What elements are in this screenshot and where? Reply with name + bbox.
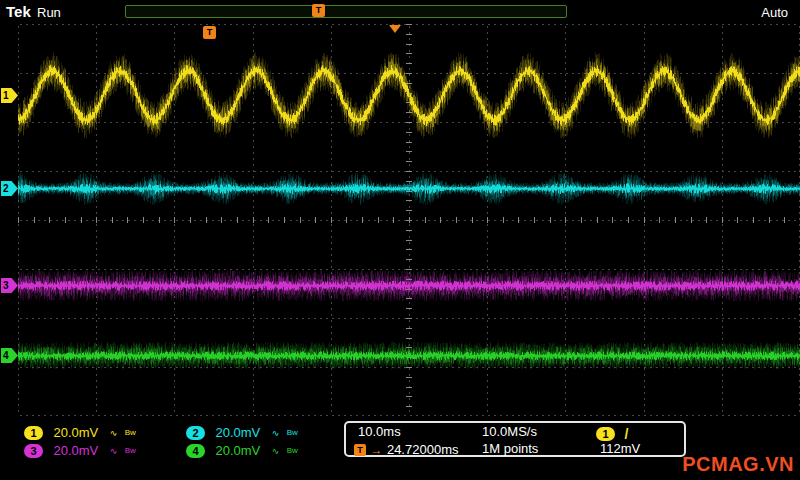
channel4-position-marker: 4 [1,348,18,363]
record-trigger-marker-icon: T [312,4,325,17]
horizontal-position: T → 24.72000ms [354,440,458,458]
horizontal-position-value: 24.72000ms [387,442,459,457]
trigger-source: 1 / [596,424,628,442]
trigger-position-marker: T [203,26,216,39]
channel4-bandwidth-icon: Bw [287,446,298,455]
acquisition-status: Run [37,5,61,20]
channel3-scale: 20.0mV [53,443,98,458]
channel2-readout: 2 20.0mV ∿ Bw [186,423,298,439]
graticule: T [18,24,800,416]
record-view-bar: T [125,5,567,18]
horizontal-trigger-readout-box: 10.0ms 10.0MS/s 1 / T → 24.72000ms 1M po… [344,421,686,457]
channel1-scale: 20.0mV [53,425,98,440]
channel4-readout: 4 20.0mV ∿ Bw [186,441,298,457]
channel2-bandwidth-icon: Bw [287,428,298,437]
sample-rate: 10.0MS/s [482,424,537,439]
channel3-position-marker: 3 [1,278,18,293]
waveform-canvas [18,24,800,416]
bottom-readout-bar: 1 20.0mV ∿ Bw 2 20.0mV ∿ Bw 3 20.0mV ∿ B… [0,420,800,464]
channel3-coupling-icon: ∿ [110,446,118,456]
channel1-readout: 1 20.0mV ∿ Bw [24,423,136,439]
trigger-source-badge: 1 [596,427,615,441]
brand-logo: Tek [6,3,31,20]
record-length: 1M points [482,441,538,456]
channel3-readout: 3 20.0mV ∿ Bw [24,441,136,457]
channel4-badge: 4 [186,444,205,458]
channel1-coupling-icon: ∿ [110,428,118,438]
top-status-bar: Tek Run T Auto [0,0,800,24]
channel3-badge: 3 [24,444,43,458]
arrow-right-icon: → [370,443,382,457]
channel2-position-marker: 2 [1,181,18,196]
channel1-bandwidth-icon: Bw [125,428,136,437]
trigger-t-icon: T [354,444,366,456]
trigger-slope-icon: / [624,426,628,442]
channel4-scale: 20.0mV [215,443,260,458]
channel1-badge: 1 [24,426,43,440]
oscilloscope-screen: Tek Run T Auto T 1 2 3 4 1 20.0mV ∿ Bw 2… [0,0,800,480]
trigger-mode-label: Auto [761,5,788,20]
channel2-badge: 2 [186,426,205,440]
trigger-level: 112mV [600,441,640,456]
expansion-point-icon [389,25,401,33]
channel2-coupling-icon: ∿ [272,428,280,438]
channel1-position-marker: 1 [1,88,18,103]
channel3-bandwidth-icon: Bw [125,446,136,455]
timebase-scale: 10.0ms [358,424,401,439]
watermark: PCMAG.VN [682,453,794,476]
channel4-coupling-icon: ∿ [272,446,280,456]
channel2-scale: 20.0mV [215,425,260,440]
